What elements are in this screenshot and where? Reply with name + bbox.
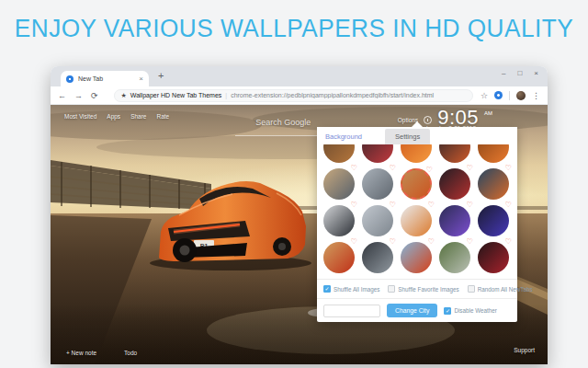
favorite-heart-icon[interactable]: ♡: [467, 201, 473, 209]
support-link[interactable]: Support: [514, 347, 535, 353]
favorite-heart-icon[interactable]: ♡: [351, 201, 357, 209]
newtab-page: P1 Most VisitedAppsShareRate Search Goog…: [51, 105, 548, 364]
url-text: chrome-extension://pedblpnigamppipallonk…: [231, 92, 466, 98]
toolbar-divider: [509, 91, 510, 100]
wallpaper-thumb[interactable]: ♡: [439, 242, 470, 273]
reload-icon[interactable]: ⟳: [91, 91, 98, 100]
wallpaper-thumb[interactable]: ♡: [362, 242, 393, 273]
nav-item-share[interactable]: Share: [130, 113, 146, 120]
tab-settings[interactable]: Settings: [385, 129, 430, 144]
favorite-heart-icon[interactable]: ♡: [390, 238, 396, 246]
back-icon[interactable]: ←: [58, 91, 66, 100]
extension-name: Wallpaper HD New Tab Themes: [130, 92, 221, 98]
bookmark-star-icon[interactable]: ☆: [481, 91, 488, 100]
checkbox-random-all-newtabs-label: Random All NewTabs: [478, 286, 533, 293]
favorite-heart-icon[interactable]: ♡: [390, 165, 396, 172]
new-note-button[interactable]: + New note: [66, 350, 96, 356]
wallpaper-thumb[interactable]: ♡: [323, 205, 355, 236]
wallpaper-thumb[interactable]: ♡: [362, 205, 393, 236]
url-separator: |: [225, 92, 227, 98]
browser-toolbar: ← → ⟳ ★ Wallpaper HD New Tab Themes | ch…: [51, 86, 548, 105]
wallpaper-thumb[interactable]: ♡: [323, 242, 355, 273]
clock-meridiem: AM: [484, 110, 492, 116]
nav-item-rate[interactable]: Rate: [156, 113, 169, 120]
favorite-heart-icon[interactable]: ♡: [467, 165, 473, 172]
favorite-heart-icon[interactable]: ♡: [351, 165, 357, 172]
extension-action-icon[interactable]: [494, 91, 503, 99]
checkbox-disable-weather-box[interactable]: ✓: [444, 307, 451, 315]
wallpaper-thumb[interactable]: ♡: [362, 168, 393, 200]
popup-tabs: Background Settings: [317, 127, 517, 144]
wallpaper-thumb[interactable]: ♡: [439, 205, 470, 236]
nav-item-most-visited[interactable]: Most Visited: [64, 113, 96, 120]
wallpaper-thumb[interactable]: ♡: [439, 168, 470, 200]
todo-button[interactable]: Todo: [124, 350, 137, 356]
newtab-nav: Most VisitedAppsShareRate: [64, 113, 169, 120]
profile-avatar[interactable]: [516, 91, 526, 100]
checkbox-random-all-newtabs[interactable]: Random All NewTabs: [468, 285, 533, 293]
checkbox-disable-weather[interactable]: ✓Disable Weather: [444, 307, 496, 315]
browser-window: New Tab × + – □ × ← → ⟳ ★ Wallpaper HD N…: [51, 66, 548, 364]
favorite-heart-icon[interactable]: ♡: [505, 201, 512, 209]
wallpaper-thumb[interactable]: ♡: [401, 205, 432, 236]
wallpaper-thumb[interactable]: ♡: [439, 144, 470, 163]
window-minimize-button[interactable]: –: [502, 69, 505, 77]
favorite-heart-icon[interactable]: ♡: [505, 238, 512, 246]
wallpaper-thumb[interactable]: ♡: [362, 144, 393, 163]
nav-item-apps[interactable]: Apps: [107, 113, 120, 120]
extension-pin-icon: ★: [121, 92, 127, 99]
wallpaper-thumb[interactable]: ♡: [478, 242, 509, 273]
wallpaper-thumb[interactable]: ♡: [478, 205, 509, 236]
wallpaper-thumb[interactable]: ♡: [323, 144, 355, 163]
city-input[interactable]: [323, 305, 380, 317]
wallpaper-thumb[interactable]: ♡: [401, 144, 432, 163]
weather-checkbox-slot: ✓Disable Weather: [444, 307, 496, 315]
wallpaper-thumb-selected[interactable]: ♡: [401, 168, 432, 200]
wallpaper-grid-viewport: ♡♡♡♡♡♡♡♡♡♡♡♡♡♡♡♡♡♡♡♡: [317, 144, 517, 279]
browser-tab-newtab[interactable]: New Tab ×: [61, 71, 149, 86]
city-row: Change City ✓Disable Weather: [317, 299, 517, 322]
background-popup: Background Settings ♡♡♡♡♡♡♡♡♡♡♡♡♡♡♡♡♡♡♡♡…: [317, 127, 517, 322]
search-placeholder: Search Google: [255, 118, 311, 127]
wallpaper-thumb[interactable]: ♡: [478, 168, 509, 200]
checkbox-random-all-newtabs-box[interactable]: [468, 285, 475, 293]
favorite-heart-icon[interactable]: ♡: [390, 201, 396, 209]
favorite-heart-icon[interactable]: ♡: [505, 165, 512, 172]
tab-background[interactable]: Background: [323, 129, 370, 144]
checkbox-shuffle-favorite-images-box[interactable]: [388, 285, 395, 293]
favorite-heart-icon[interactable]: ♡: [428, 238, 435, 246]
clock-time: 9:05: [437, 108, 479, 128]
tab-close-icon[interactable]: ×: [139, 75, 143, 83]
favorite-heart-icon[interactable]: ♡: [428, 201, 435, 209]
checkbox-shuffle-favorite-images-label: Shuffle Favorite Images: [398, 286, 458, 293]
forward-icon[interactable]: →: [74, 91, 83, 100]
wallpaper-thumb[interactable]: ♡: [478, 144, 509, 163]
clock-icon: [424, 116, 432, 124]
change-city-button[interactable]: Change City: [387, 304, 437, 317]
wallpaper-thumb[interactable]: ♡: [401, 242, 432, 273]
favorite-heart-icon[interactable]: ♡: [351, 238, 357, 246]
tab-title: New Tab: [78, 75, 134, 82]
checkbox-shuffle-favorite-images[interactable]: Shuffle Favorite Images: [388, 285, 458, 293]
shuffle-options-row: ✓Shuffle All ImagesShuffle Favorite Imag…: [317, 280, 517, 298]
checkbox-shuffle-all-images[interactable]: ✓Shuffle All Images: [323, 285, 379, 293]
new-tab-button[interactable]: +: [158, 70, 164, 81]
favorite-heart-icon[interactable]: ♡: [426, 167, 433, 174]
tab-strip: New Tab × + – □ ×: [51, 66, 548, 86]
page-title: ENJOY VARIOUS WALLPAPERS IN HD QUALITY: [9, 15, 580, 43]
wallpaper-thumb[interactable]: ♡: [323, 168, 355, 200]
checkbox-disable-weather-label: Disable Weather: [454, 307, 496, 314]
wallpaper-grid: ♡♡♡♡♡♡♡♡♡♡♡♡♡♡♡♡♡♡♡♡: [323, 144, 511, 273]
checkbox-shuffle-all-images-box[interactable]: ✓: [323, 285, 331, 293]
address-bar[interactable]: ★ Wallpaper HD New Tab Themes | chrome-e…: [114, 89, 473, 102]
favorite-heart-icon[interactable]: ♡: [467, 238, 473, 246]
window-close-button[interactable]: ×: [534, 69, 538, 77]
tab-favicon: [66, 75, 74, 83]
checkbox-shuffle-all-images-label: Shuffle All Images: [334, 286, 379, 293]
browser-menu-icon[interactable]: ⋮: [532, 91, 540, 100]
window-maximize-button[interactable]: □: [517, 69, 522, 77]
